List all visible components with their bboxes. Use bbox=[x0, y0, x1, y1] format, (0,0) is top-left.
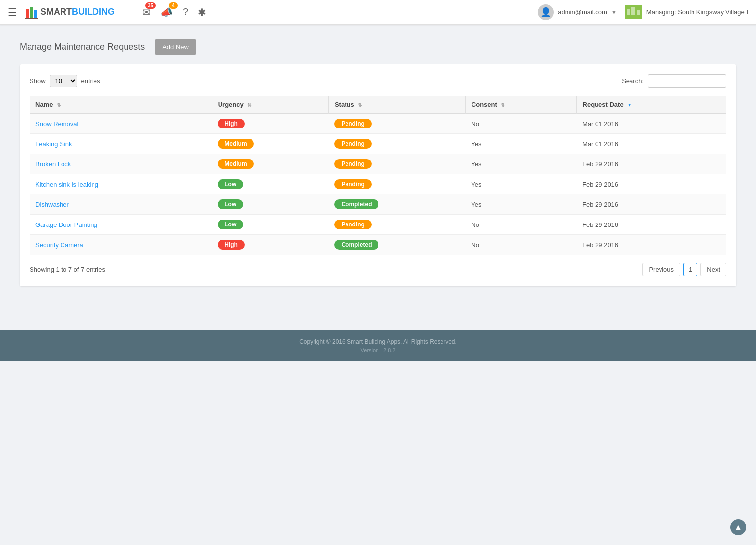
cell-urgency: Medium bbox=[212, 134, 328, 154]
page-title: Manage Maintenance Requests bbox=[20, 42, 145, 52]
col-name[interactable]: Name ⇅ bbox=[30, 96, 212, 114]
status-badge: Completed bbox=[334, 199, 378, 209]
sort-name-icon: ⇅ bbox=[57, 102, 61, 108]
urgency-badge: Medium bbox=[218, 159, 253, 169]
search-input[interactable] bbox=[648, 74, 726, 88]
cell-status: Pending bbox=[328, 134, 465, 154]
status-badge: Pending bbox=[334, 119, 371, 128]
urgency-badge: Medium bbox=[218, 139, 253, 149]
sort-date-icon: ▼ bbox=[627, 102, 632, 108]
logo-text: SMARTBUILDING bbox=[40, 7, 115, 17]
cell-consent: Yes bbox=[465, 134, 576, 154]
footer-copyright: Copyright © 2016 Smart Building Apps. Al… bbox=[8, 338, 748, 345]
sort-urgency-icon: ⇅ bbox=[247, 102, 251, 108]
urgency-badge: High bbox=[218, 240, 245, 250]
messages-badge: 35 bbox=[145, 2, 156, 9]
table-row: Snow Removal High Pending No Mar 01 2016 bbox=[30, 114, 726, 134]
table-controls: Show 10 25 50 100 entries Search: bbox=[30, 74, 726, 88]
cell-urgency: High bbox=[212, 114, 328, 134]
building-name: Managing: South Kingsway Village I bbox=[646, 8, 748, 16]
cell-status: Pending bbox=[328, 114, 465, 134]
showing-text: Showing 1 to 7 of 7 entries bbox=[30, 266, 105, 273]
cell-urgency: Low bbox=[212, 174, 328, 194]
header-icons: ✉ 35 📣 4 ? ✱ bbox=[142, 6, 206, 18]
search-label: Search: bbox=[622, 77, 644, 85]
footer-version: Version - 2.8.2 bbox=[8, 347, 748, 353]
cell-name: Security Camera bbox=[30, 235, 212, 255]
table-row: Kitchen sink is leaking Low Pending Yes … bbox=[30, 174, 726, 194]
cell-name: Dishwasher bbox=[30, 194, 212, 215]
cell-status: Completed bbox=[328, 194, 465, 215]
cell-consent: Yes bbox=[465, 174, 576, 194]
status-badge: Pending bbox=[334, 179, 371, 189]
table-row: Security Camera High Completed No Feb 29… bbox=[30, 235, 726, 255]
cell-name: Leaking Sink bbox=[30, 134, 212, 154]
svg-rect-5 bbox=[627, 9, 630, 15]
footer: Copyright © 2016 Smart Building Apps. Al… bbox=[0, 330, 756, 361]
col-urgency[interactable]: Urgency ⇅ bbox=[212, 96, 328, 114]
svg-rect-2 bbox=[34, 10, 37, 18]
table-footer: Showing 1 to 7 of 7 entries Previous 1 N… bbox=[30, 263, 726, 276]
page-header: Manage Maintenance Requests Add New bbox=[20, 39, 736, 55]
cell-status: Pending bbox=[328, 215, 465, 235]
show-label: Show bbox=[30, 77, 46, 85]
col-request-date[interactable]: Request Date ▼ bbox=[576, 96, 726, 114]
building-info: Managing: South Kingsway Village I bbox=[625, 5, 748, 19]
help-icon-wrap[interactable]: ? bbox=[183, 6, 188, 18]
next-button[interactable]: Next bbox=[700, 263, 726, 276]
cell-status: Pending bbox=[328, 154, 465, 174]
col-consent[interactable]: Consent ⇅ bbox=[465, 96, 576, 114]
entries-select[interactable]: 10 25 50 100 bbox=[50, 75, 77, 87]
notifications-icon-wrap[interactable]: 📣 4 bbox=[160, 6, 173, 18]
logo: SMARTBUILDING bbox=[25, 5, 115, 19]
show-entries: Show 10 25 50 100 entries bbox=[30, 75, 100, 87]
header-right: 👤 admin@mail.com ▼ Managing: South Kings… bbox=[538, 4, 748, 20]
user-dropdown-arrow: ▼ bbox=[611, 9, 617, 15]
hamburger-icon[interactable]: ☰ bbox=[8, 6, 17, 18]
cell-request-date: Mar 01 2016 bbox=[576, 134, 726, 154]
cell-name: Kitchen sink is leaking bbox=[30, 174, 212, 194]
cell-name: Broken Lock bbox=[30, 154, 212, 174]
cell-consent: No bbox=[465, 114, 576, 134]
cell-status: Completed bbox=[328, 235, 465, 255]
maintenance-table: Name ⇅ Urgency ⇅ Status ⇅ Consent ⇅ Requ… bbox=[30, 96, 726, 255]
pagination: Previous 1 Next bbox=[642, 263, 726, 276]
cell-urgency: Medium bbox=[212, 154, 328, 174]
header-left: ☰ SMARTBUILDING ✉ 35 📣 4 ? bbox=[8, 5, 206, 19]
table-row: Dishwasher Low Completed Yes Feb 29 2016 bbox=[30, 194, 726, 215]
sort-status-icon: ⇅ bbox=[358, 102, 362, 108]
cell-request-date: Feb 29 2016 bbox=[576, 154, 726, 174]
current-page: 1 bbox=[683, 263, 697, 276]
previous-button[interactable]: Previous bbox=[642, 263, 680, 276]
add-new-button[interactable]: Add New bbox=[155, 39, 196, 55]
cell-consent: Yes bbox=[465, 194, 576, 215]
cell-request-date: Feb 29 2016 bbox=[576, 194, 726, 215]
table-body: Snow Removal High Pending No Mar 01 2016… bbox=[30, 114, 726, 255]
cell-consent: Yes bbox=[465, 154, 576, 174]
user-info[interactable]: 👤 admin@mail.com ▼ bbox=[538, 4, 617, 20]
table-row: Leaking Sink Medium Pending Yes Mar 01 2… bbox=[30, 134, 726, 154]
col-status[interactable]: Status ⇅ bbox=[328, 96, 465, 114]
building-thumbnail bbox=[625, 5, 642, 19]
messages-icon-wrap[interactable]: ✉ 35 bbox=[142, 6, 151, 18]
search-box: Search: bbox=[622, 74, 726, 88]
urgency-badge: Low bbox=[218, 220, 243, 229]
status-badge: Pending bbox=[334, 159, 371, 169]
svg-rect-7 bbox=[637, 10, 640, 15]
plugin-icon-wrap[interactable]: ✱ bbox=[198, 6, 206, 18]
cell-consent: No bbox=[465, 235, 576, 255]
cell-urgency: Low bbox=[212, 194, 328, 215]
main-content: Manage Maintenance Requests Add New Show… bbox=[0, 25, 756, 301]
cell-request-date: Feb 29 2016 bbox=[576, 215, 726, 235]
help-icon: ? bbox=[183, 6, 188, 17]
status-badge: Pending bbox=[334, 220, 371, 229]
table-row: Garage Door Painting Low Pending No Feb … bbox=[30, 215, 726, 235]
status-badge: Completed bbox=[334, 240, 378, 250]
cell-name: Snow Removal bbox=[30, 114, 212, 134]
avatar: 👤 bbox=[538, 4, 554, 20]
table-header-row: Name ⇅ Urgency ⇅ Status ⇅ Consent ⇅ Requ… bbox=[30, 96, 726, 114]
cell-consent: No bbox=[465, 215, 576, 235]
status-badge: Pending bbox=[334, 139, 371, 149]
cell-status: Pending bbox=[328, 174, 465, 194]
plugin-icon: ✱ bbox=[198, 7, 206, 18]
